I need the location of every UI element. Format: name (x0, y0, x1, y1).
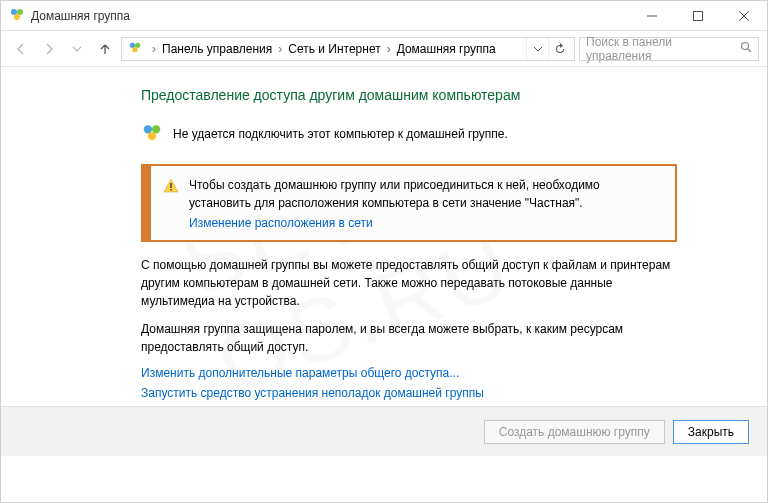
description-text-1: С помощью домашней группы вы можете пред… (141, 256, 677, 310)
forward-arrow-icon[interactable] (37, 37, 61, 61)
svg-rect-15 (170, 183, 171, 188)
titlebar: Домашняя группа (1, 1, 767, 31)
info-box: Чтобы создать домашнюю группу или присое… (141, 164, 677, 242)
search-icon (740, 41, 752, 56)
homegroup-icon (128, 40, 142, 57)
svg-point-2 (14, 14, 20, 20)
breadcrumb-item[interactable]: Домашняя группа (395, 42, 498, 56)
navigation-bar: › Панель управления › Сеть и Интернет › … (1, 31, 767, 67)
homegroup-icon (9, 6, 25, 25)
change-network-location-link[interactable]: Изменение расположения в сети (189, 216, 373, 230)
status-line: Не удается подключить этот компьютер к д… (141, 121, 677, 146)
up-arrow-icon[interactable] (93, 37, 117, 61)
breadcrumb-item[interactable]: Панель управления (160, 42, 274, 56)
svg-point-8 (135, 43, 140, 48)
search-placeholder: Поиск в панели управления (586, 35, 740, 63)
close-button[interactable]: Закрыть (673, 420, 749, 444)
close-button[interactable] (721, 1, 767, 30)
svg-rect-4 (694, 11, 703, 20)
search-input[interactable]: Поиск в панели управления (579, 37, 759, 61)
advanced-sharing-link[interactable]: Изменить дополнительные параметры общего… (141, 366, 677, 380)
create-homegroup-button: Создать домашнюю группу (484, 420, 665, 444)
footer-bar: Создать домашнюю группу Закрыть (1, 406, 767, 456)
back-arrow-icon[interactable] (9, 37, 33, 61)
svg-point-7 (130, 43, 135, 48)
svg-rect-16 (170, 189, 171, 190)
svg-point-0 (11, 9, 17, 15)
homegroup-icon (141, 121, 163, 146)
description-text-2: Домашняя группа защищена паролем, и вы в… (141, 320, 677, 356)
svg-point-1 (17, 9, 23, 15)
window-controls (629, 1, 767, 30)
content-area: Предоставление доступа другим домашним к… (1, 67, 767, 400)
refresh-icon[interactable] (548, 38, 570, 60)
maximize-button[interactable] (675, 1, 721, 30)
info-text: Чтобы создать домашнюю группу или присое… (189, 176, 661, 212)
svg-point-12 (144, 125, 152, 133)
troubleshoot-link[interactable]: Запустить средство устранения неполадок … (141, 386, 677, 400)
window-title: Домашняя группа (31, 9, 130, 23)
svg-point-10 (742, 43, 749, 50)
chevron-right-icon[interactable]: › (148, 42, 160, 56)
chevron-right-icon[interactable]: › (274, 42, 286, 56)
address-dropdown-icon[interactable] (526, 38, 548, 60)
warning-icon (163, 178, 179, 230)
breadcrumb-item[interactable]: Сеть и Интернет (286, 42, 382, 56)
svg-point-13 (152, 125, 160, 133)
chevron-right-icon[interactable]: › (383, 42, 395, 56)
svg-point-9 (132, 47, 137, 52)
history-dropdown-icon[interactable] (65, 37, 89, 61)
page-title: Предоставление доступа другим домашним к… (141, 87, 677, 103)
svg-line-11 (748, 49, 751, 52)
address-bar[interactable]: › Панель управления › Сеть и Интернет › … (121, 37, 575, 61)
svg-point-14 (148, 132, 156, 140)
minimize-button[interactable] (629, 1, 675, 30)
status-text: Не удается подключить этот компьютер к д… (173, 127, 508, 141)
